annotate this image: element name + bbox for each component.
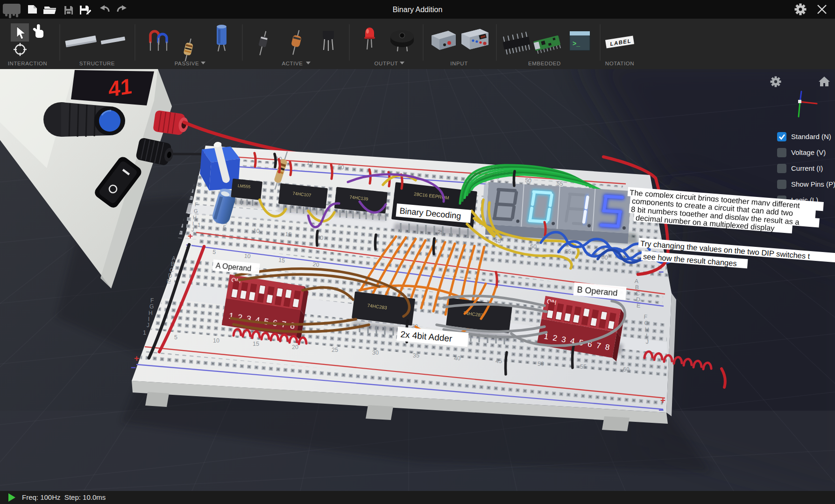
svg-text:INTERACTION: INTERACTION — [8, 61, 48, 66]
svg-text:1: 1 — [197, 222, 201, 229]
svg-text:F: F — [150, 297, 154, 304]
svg-text:E: E — [637, 302, 641, 309]
svg-text:10: 10 — [213, 337, 219, 344]
svg-text:PASSIVE: PASSIVE — [175, 61, 199, 66]
svg-text:+: + — [134, 353, 139, 363]
svg-text:10: 10 — [244, 252, 251, 259]
svg-text:D: D — [198, 182, 202, 188]
svg-text:5: 5 — [223, 224, 226, 231]
svg-text:50: 50 — [538, 361, 544, 367]
svg-text:−: − — [658, 405, 664, 415]
svg-text:5: 5 — [174, 334, 177, 341]
svg-text:H: H — [149, 310, 153, 316]
svg-text:ACTIVE: ACTIVE — [282, 61, 303, 66]
svg-text:E: E — [197, 189, 200, 194]
svg-text:60: 60 — [623, 366, 630, 373]
svg-text:E: E — [167, 278, 170, 285]
svg-text:Voltage (V): Voltage (V) — [791, 148, 826, 156]
svg-text:Freq: 100Hz Step: 10.0ms: Freq: 100Hz Step: 10.0ms — [22, 493, 106, 501]
svg-text:G: G — [194, 208, 198, 214]
svg-text:Standard (N): Standard (N) — [791, 133, 831, 140]
svg-text:45: 45 — [495, 358, 502, 364]
svg-text:G: G — [644, 320, 649, 327]
svg-text:H: H — [193, 215, 197, 220]
svg-text:STRUCTURE: STRUCTURE — [79, 61, 115, 66]
svg-text:I: I — [148, 316, 149, 322]
svg-text:−: − — [131, 363, 136, 372]
svg-text:25: 25 — [332, 347, 338, 353]
svg-text:I: I — [192, 221, 194, 226]
svg-text:B: B — [171, 261, 175, 267]
svg-text:55: 55 — [565, 248, 572, 255]
svg-text:20: 20 — [292, 344, 298, 350]
svg-text:41: 41 — [108, 74, 132, 102]
svg-text:>_: >_ — [573, 40, 580, 47]
svg-text:55: 55 — [580, 364, 587, 370]
svg-text:20: 20 — [312, 261, 319, 268]
svg-text:15: 15 — [285, 231, 292, 238]
svg-text:35: 35 — [413, 352, 419, 359]
svg-text:J: J — [147, 322, 149, 329]
svg-text:15: 15 — [253, 341, 259, 347]
svg-text:+: + — [660, 395, 665, 405]
svg-text:15: 15 — [306, 160, 313, 167]
svg-text:15: 15 — [278, 257, 285, 264]
svg-text:55: 55 — [556, 180, 563, 187]
svg-text:50: 50 — [530, 243, 537, 250]
svg-text:F: F — [195, 202, 198, 207]
svg-text:G: G — [149, 303, 154, 310]
svg-text:Binary Addition: Binary Addition — [393, 6, 443, 14]
svg-text:5: 5 — [212, 249, 216, 256]
svg-text:50: 50 — [525, 177, 532, 184]
svg-text:INPUT: INPUT — [450, 61, 468, 66]
svg-text:10: 10 — [253, 227, 260, 234]
svg-text:OUTPUT: OUTPUT — [375, 61, 398, 66]
svg-text:Show Pins (P): Show Pins (P) — [791, 180, 835, 188]
svg-text:Current (I): Current (I) — [791, 164, 823, 172]
svg-text:EMBEDDED: EMBEDDED — [528, 61, 561, 66]
svg-text:J: J — [645, 338, 649, 345]
svg-text:1: 1 — [143, 329, 146, 336]
svg-text:40: 40 — [454, 355, 460, 362]
svg-text:20: 20 — [337, 164, 344, 171]
svg-text:30: 30 — [372, 350, 379, 356]
svg-text:+: + — [188, 231, 193, 241]
svg-text:NOTATION: NOTATION — [605, 61, 635, 66]
